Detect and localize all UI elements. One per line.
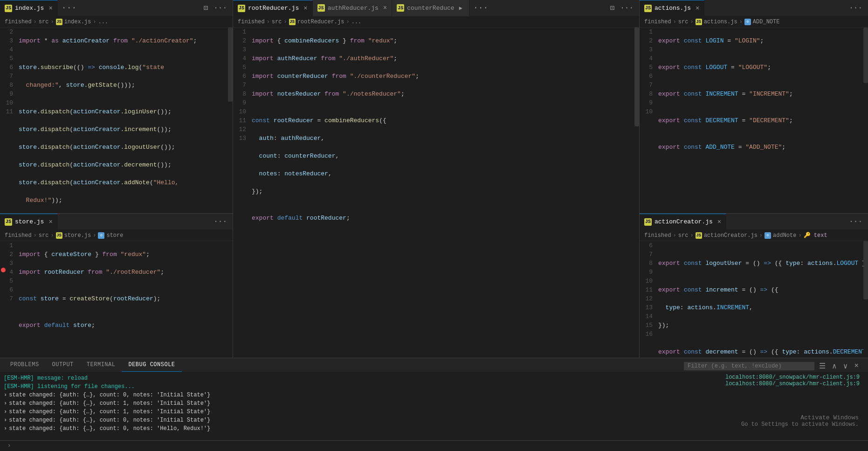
js-icon-counter: JS [397,4,404,12]
left-top-tab-actions: ⊡ ··· [202,2,233,14]
debug-state-5: ›state changed: {auth: {…}, count: 0, no… [4,424,210,433]
play-icon[interactable]: ▶ [457,4,464,13]
breadcrumb-src: src [39,19,49,25]
debug-link-1[interactable]: localhost:8080/_snowpack/hmr-client.js:9 [725,374,860,381]
center-tab-bar: JS rootReducer.js × JS authReducer.js × … [233,0,639,16]
split-icon-center[interactable]: ⊡ [608,2,617,14]
breadcrumb-text: finished [5,19,32,25]
more-actions-icon[interactable]: ··· [212,3,229,13]
close-panel-icon[interactable]: × [852,361,861,371]
code-index[interactable]: import * as actionCreator from "./action… [17,28,233,213]
breakpoint-dot[interactable] [1,268,6,272]
more-actions-store[interactable]: ··· [212,216,229,227]
tab-actions[interactable]: JS actions.js × [640,0,704,16]
line-numbers-root: 123456 78910111213 [233,28,250,358]
tab-authreducer[interactable]: JS authReducer.js × [313,0,393,16]
tab-store-js[interactable]: JS store.js × [0,214,58,230]
tab-label-auth: authReducer.js [328,5,379,12]
debug-prompt: › [4,442,14,450]
debug-state-1: ›state changed: {auth: {…}, count: 0, no… [4,391,210,399]
tab-label-actions: actions.js [654,5,691,12]
tab-label: index.js [15,5,44,12]
bc-src: src [39,232,49,239]
close-icon-actions[interactable]: × [696,5,699,12]
breadcrumb-index: finished › src › JS index.js › ... [0,16,233,28]
js-icon-sm-ac: JS [696,232,702,239]
tab-more-left[interactable]: ··· [58,3,80,13]
left-bottom-tab-actions: ··· [212,216,233,227]
bc-finished: finished [5,232,32,239]
tab-label-ac: actionCreator.js [654,218,713,225]
more-actions-right-bottom[interactable]: ··· [847,216,864,227]
close-icon-auth[interactable]: × [383,4,387,12]
breadcrumb-root: finished › src › JS rootReducer.js › ... [233,16,639,28]
close-icon-root[interactable]: × [303,5,307,12]
js-icon-sm-actions: JS [696,19,702,25]
close-icon[interactable]: × [48,5,52,12]
debug-hmr-1: [ESM-HMR] message: reload [4,374,210,382]
more-actions-right-top[interactable]: ··· [847,3,864,13]
code-actions[interactable]: export const LOGIN = "LOGIN"; export con… [656,28,868,213]
bc-storejs: store.js [64,232,91,239]
js-icon-sm: JS [56,19,62,25]
js-icon-root: JS [238,5,245,12]
debug-state-2: ›state changed: {auth: {…}, count: 1, no… [4,399,210,408]
debug-link-2[interactable]: localhost:8080/_snowpack/hmr-client.js:9 [725,381,860,387]
chevron-up-icon[interactable]: ∧ [830,361,839,372]
tab-label-root: rootReducer.js [248,5,299,12]
breadcrumb-store: finished › src › JS store.js › ⊙ store [0,230,233,241]
tab-more-center[interactable]: ··· [469,3,492,13]
debug-state-4: ›state changed: {auth: {…}, count: 0, no… [4,416,210,424]
tab-counterreduce[interactable]: JS counterReduce ▶ [392,0,469,16]
center-tab-actions: ⊡ ··· [608,2,639,14]
list-icon[interactable]: ☰ [817,361,827,372]
breadcrumb-ac: finished › src › JS actionCreator.js › ⊙… [640,230,868,241]
ref-icon-actions: ⊙ [744,19,751,25]
activate-windows-watermark: Activate Windows Go to Settings to activ… [741,414,859,428]
code-root[interactable]: import { combineReducers } from "redux";… [250,28,639,358]
tab-index-js[interactable]: JS index.js × [0,0,58,16]
js-icon-sm-root: JS [289,19,296,25]
breadcrumb-more: ... [98,19,108,25]
tab-output[interactable]: OUTPUT [46,358,80,372]
bc-store: store [106,232,123,239]
bottom-panel: PROBLEMS OUTPUT TERMINAL DEBUG CONSOLE ☰… [0,358,868,451]
tab-problems[interactable]: PROBLEMS [4,358,46,372]
close-icon-ac[interactable]: × [717,218,721,226]
more-icon-center[interactable]: ··· [618,3,635,13]
tab-rootreducer[interactable]: JS rootReducer.js × [233,0,313,16]
js-icon-actions: JS [644,5,652,12]
split-editor-icon[interactable]: ⊡ [202,2,210,14]
line-numbers-ac: 67891011 1213141516 [640,241,656,358]
left-top-tab-bar: JS index.js × ··· ⊡ ··· [0,0,233,16]
code-store[interactable]: import { createStore } from "redux"; imp… [17,241,233,358]
editor-index: 23456 7891011 import * as actionCreator … [0,28,233,213]
activate-windows-line1: Activate Windows [741,414,859,421]
debug-filter-input[interactable] [684,362,814,370]
ref-icon-ac: ⊙ [765,232,771,239]
editor-ac: 67891011 1213141516 export const logoutU… [640,241,868,358]
debug-content: [ESM-HMR] message: reload [ESM-HMR] list… [0,372,868,440]
breadcrumb-file: index.js [64,19,91,25]
js-icon-auth: JS [317,4,325,12]
bottom-tab-bar: PROBLEMS OUTPUT TERMINAL DEBUG CONSOLE ☰… [0,358,868,372]
close-icon-store[interactable]: × [48,218,52,226]
editor-actions: 123456 78910 export const LOGIN = "LOGIN… [640,28,868,213]
tab-actioncreator[interactable]: JS actionCreator.js × [640,214,726,230]
tab-debug-console[interactable]: DEBUG CONSOLE [122,358,181,372]
chevron-down-icon2[interactable]: ∨ [841,361,850,372]
tab-terminal[interactable]: TERMINAL [80,358,122,372]
editor-store: 1234567 import { createStore } from "red… [0,241,233,358]
right-top-tab-actions: ··· [847,3,868,13]
debug-state-3: ›state changed: {auth: {…}, count: 1, no… [4,408,210,416]
right-bottom-tab-actions: ··· [847,216,868,227]
js-icon-ac: JS [644,218,652,226]
debug-hmr-2: [ESM-HMR] listening for file changes... [4,382,210,391]
right-bottom-tab-bar: JS actionCreator.js × ··· [640,214,868,230]
code-ac[interactable]: export const logoutUser = () => ({ type:… [656,241,868,358]
activate-windows-line2: Go to Settings to activate Windows. [741,421,859,428]
right-top-tab-bar: JS actions.js × ··· [640,0,868,16]
line-numbers-index: 23456 7891011 [0,28,17,213]
js-icon-store: JS [5,218,12,226]
tab-label-store: store.js [15,218,44,225]
